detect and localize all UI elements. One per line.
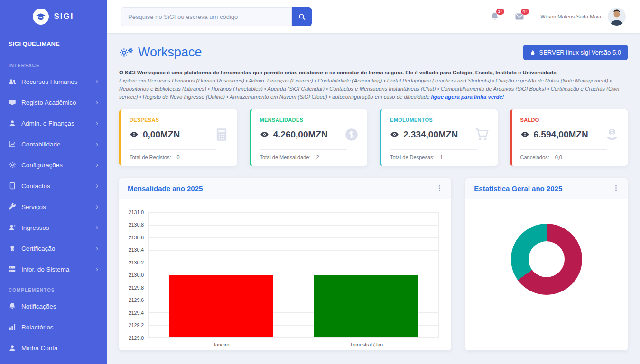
stat-footer-value: 1 [440, 155, 443, 160]
sidebar-item-label: Admin. e Finanças [21, 120, 74, 127]
page-title: Workspace [119, 45, 202, 60]
sidebar-item-recursos-humanos[interactable]: Recursos Humanos› [0, 71, 107, 92]
brand-name: SIGI [54, 12, 74, 21]
certificate-icon [9, 245, 16, 252]
stat-footer-value: 0,0 [555, 155, 562, 160]
bar-chart-plot [148, 212, 439, 338]
sidebar-item-label: Contactos [21, 182, 50, 190]
nav-section-label: COMPLEMENTOS [0, 280, 107, 296]
gridline [149, 225, 438, 226]
avatar[interactable] [608, 8, 626, 26]
sidebar-item-label: Ingressos [21, 224, 49, 231]
y-axis-tick: 2129.0 [129, 335, 144, 341]
eye-icon[interactable] [520, 130, 529, 139]
server-version-button[interactable]: SERVER linux sigi Versão 5.0 [523, 45, 628, 60]
messages-badge: 4+ [521, 9, 529, 15]
stat-value-row: 6.594,00MZN [520, 127, 620, 142]
sidebar-item-servi-os[interactable]: Serviços› [0, 196, 107, 217]
chart-bar-icon [9, 323, 16, 331]
user-icon [9, 344, 16, 352]
sidebar-item-label: Relactórios [21, 324, 54, 331]
sidebar-item-minha-conta[interactable]: Minha Conta [0, 337, 107, 358]
eye-icon[interactable] [130, 130, 139, 139]
coin-icon [344, 127, 359, 142]
server-version-label: SERVER linux sigi Versão 5.0 [539, 49, 621, 56]
search-button[interactable] [292, 7, 312, 26]
page-head: Workspace SERVER linux sigi Versão 5.0 [119, 45, 628, 60]
bar-chart-plot-col: JaneiroTrimestral (Jan [148, 212, 439, 350]
green-line-link[interactable]: ligue agora para linha verde! [431, 94, 504, 100]
sidebar-item-label: Notificações [21, 303, 56, 310]
x-axis-label: Janeiro [213, 342, 229, 347]
bell-icon [9, 302, 16, 310]
bar-chart-y-axis: 2131.02130.82130.62130.42130.22130.02129… [126, 212, 148, 338]
eye-icon[interactable] [260, 130, 269, 139]
school-name: SIGI QUELIMANE [0, 33, 107, 55]
search-input[interactable] [121, 7, 292, 26]
divider [520, 149, 607, 150]
eye-icon[interactable] [390, 130, 399, 139]
sidebar-item-admin-e-finan-as[interactable]: Admin. e Finanças› [0, 113, 107, 134]
stat-footer-label: Total de Despesas: [390, 155, 435, 160]
stat-card-emolumentos: EMOLUMENTOS2.334,00MZNTotal de Despesas:… [380, 109, 498, 166]
notifications-button[interactable]: 3+ [490, 12, 500, 21]
y-axis-tick: 2130.8 [129, 222, 144, 228]
chart-line-icon [9, 140, 16, 148]
bar-chart-title: Mensalidade ano 2025 [128, 184, 203, 192]
topbar-right: 3+ 4+ Wilson Mateus Sada Maia [490, 8, 626, 26]
user-name: Wilson Mateus Sada Maia [540, 14, 601, 19]
sidebar: SIGI SIGI QUELIMANE INTERFACERecursos Hu… [0, 0, 107, 364]
main-column: 3+ 4+ Wilson Mateus Sada Maia Workspac [107, 0, 640, 364]
sidebar-item-configura-es[interactable]: Configurações› [0, 155, 107, 175]
donut-chart-header: Estatística Geral ano 2025 [465, 178, 628, 199]
stat-footer-label: Cancelados: [520, 155, 549, 160]
stat-card-label: DESPESAS [130, 117, 229, 123]
sidebar-item-relact-rios[interactable]: Relactórios [0, 317, 107, 337]
stat-card-label: EMOLUMENTOS [390, 117, 489, 123]
bar-janeiro [169, 275, 274, 337]
sidebar-item-contactos[interactable]: Contactos› [0, 175, 107, 196]
kebab-menu-icon[interactable] [613, 185, 619, 191]
stat-card-value: 4.260,00MZN [273, 129, 328, 140]
stat-card-mensalidades: MENSALIDADES4.260,00MZNTotal de Mensalid… [250, 109, 368, 166]
page-title-text: Workspace [138, 45, 202, 60]
sidebar-item-label: Contabilidade [21, 141, 61, 148]
chevron-right-icon: › [96, 78, 98, 85]
wrench-icon [9, 203, 16, 210]
nav-section-label: INTERFACE [0, 55, 107, 71]
sidebar-item-notifica-es[interactable]: Notificações [0, 296, 107, 317]
stat-footer-label: Total de Registos: [130, 155, 171, 160]
y-axis-tick: 2130.6 [129, 235, 144, 240]
sidebar-item-registo-acad-mico[interactable]: Registo Acadêmico› [0, 92, 107, 113]
user-menu[interactable]: Wilson Mateus Sada Maia [540, 8, 626, 26]
bar-chart-header: Mensalidade ano 2025 [119, 178, 451, 199]
stat-card-despesas: DESPESAS0,00MZNTotal de Registos:0 [119, 109, 237, 166]
search-icon [298, 13, 306, 20]
sidebar-item-label: Recursos Humanos [21, 78, 78, 85]
sidebar-item-label: Registo Acadêmico [21, 99, 76, 106]
messages-button[interactable]: 4+ [515, 12, 524, 21]
calculator-icon [214, 127, 229, 142]
chevron-right-icon: › [96, 161, 98, 169]
intro: O SiGI Workspace é uma plataforma de fer… [119, 70, 628, 101]
sidebar-item-certifica-o[interactable]: Certificação› [0, 238, 107, 259]
gridline [149, 237, 438, 238]
divider [390, 149, 477, 150]
topbar-icons: 3+ 4+ [490, 12, 524, 21]
sidebar-nav: INTERFACERecursos Humanos›Registo Acadêm… [0, 55, 107, 364]
user-icon [9, 119, 16, 127]
brand[interactable]: SIGI [0, 0, 107, 33]
sidebar-item-label: Minha Conta [21, 345, 58, 352]
sidebar-item-infor-do-sistema[interactable]: Infor. do Sistema› [0, 259, 107, 280]
sidebar-item-contabilidade[interactable]: Contabilidade› [0, 134, 107, 155]
content: Workspace SERVER linux sigi Versão 5.0 O… [107, 33, 640, 364]
stat-cards: DESPESAS0,00MZNTotal de Registos:0MENSAL… [119, 109, 628, 166]
sidebar-item-label: Infor. do Sistema [21, 266, 69, 273]
kebab-menu-icon[interactable] [436, 185, 443, 191]
sidebar-item-ingressos[interactable]: Ingressos› [0, 217, 107, 238]
chevron-right-icon: › [96, 245, 98, 252]
stat-card-footer: Total de Mensalidade:2 [260, 155, 359, 160]
divider [130, 149, 216, 150]
donut-chart [511, 224, 582, 295]
y-axis-tick: 2130.0 [129, 272, 144, 278]
